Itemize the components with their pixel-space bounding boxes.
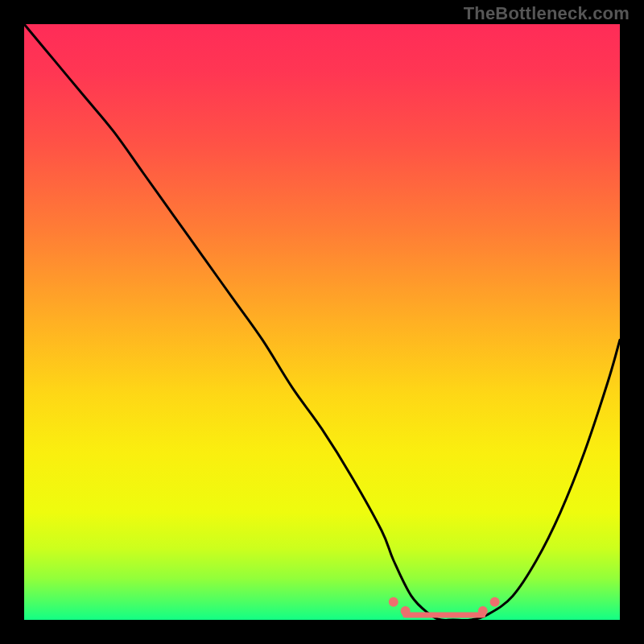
- marker-flat-region-start-inner: [401, 606, 411, 616]
- marker-flat-region-end-inner: [478, 606, 488, 616]
- marker-flat-region-end-outer: [490, 597, 500, 607]
- bottleneck-chart: [0, 0, 644, 644]
- plot-background: [24, 24, 620, 620]
- marker-flat-region-start-outer: [389, 597, 398, 607]
- chart-frame: { "watermark": "TheBottleneck.com", "col…: [0, 0, 644, 644]
